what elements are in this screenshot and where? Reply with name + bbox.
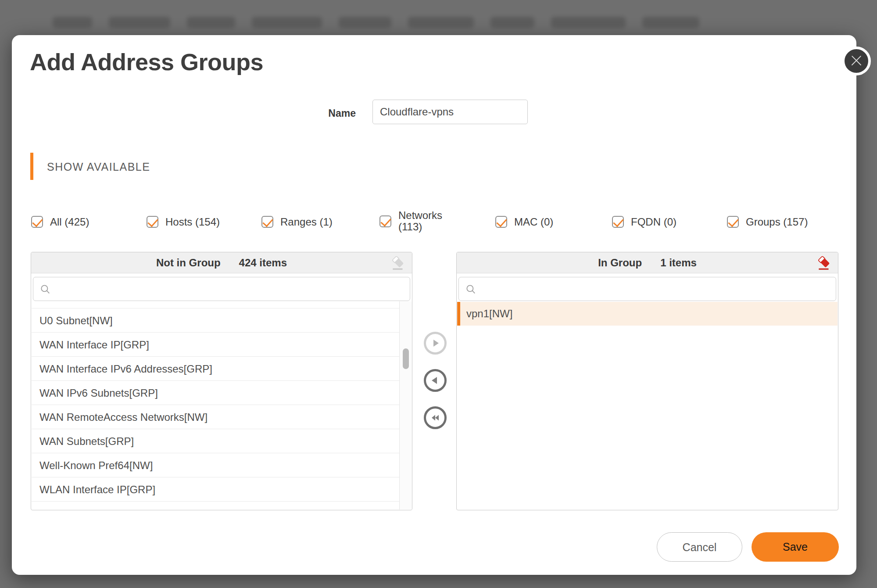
filter-hosts: Hosts (154) (147, 216, 220, 228)
filter-checkbox-ranges[interactable] (261, 216, 273, 228)
filter-checkbox-mac[interactable] (495, 216, 507, 228)
move-right-icon (430, 337, 441, 349)
cancel-button[interactable]: Cancel (657, 532, 742, 562)
filter-label: Groups (157) (746, 216, 808, 228)
add-address-groups-dialog: Add Address Groups Name SHOW AVAILABLE A… (12, 35, 856, 575)
search-input[interactable] (481, 277, 836, 301)
list-item[interactable]: WAN RemoteAccess Networks[NW] (32, 405, 412, 429)
list-item-partial (32, 302, 412, 308)
clear-group-eraser-icon[interactable] (816, 255, 833, 271)
list-item[interactable]: WLAN Interface IP[GRP] (32, 477, 412, 502)
filter-checkbox-networks[interactable] (379, 215, 391, 227)
move-left-button[interactable] (424, 369, 447, 392)
filter-label: MAC (0) (514, 216, 553, 228)
filter-checkbox-all[interactable] (31, 216, 43, 228)
list-scrollbar[interactable] (399, 301, 412, 509)
section-heading: SHOW AVAILABLE (47, 161, 150, 173)
panel-count: 1 items (660, 257, 697, 269)
list-item[interactable]: WAN Interface IPv6 Addresses[GRP] (32, 357, 412, 381)
move-all-left-icon (430, 412, 441, 423)
not-in-group-panel: Not in Group 424 items U0 Subne (31, 252, 412, 510)
filter-checkbox-hosts[interactable] (147, 216, 158, 228)
clear-list-eraser-icon (390, 255, 407, 271)
name-input[interactable] (372, 100, 528, 124)
filter-mac: MAC (0) (495, 216, 553, 228)
selected-group-member[interactable]: vpn1[NW] (457, 302, 838, 326)
filter-checkbox-groups[interactable] (727, 216, 739, 228)
search-icon (465, 283, 476, 295)
save-button[interactable]: Save (752, 532, 839, 562)
not-in-group-list: U0 Subnet[NW] WAN Interface IP[GRP] WAN … (32, 302, 412, 509)
filter-groups: Groups (157) (727, 216, 808, 228)
filter-label: FQDN (0) (631, 216, 677, 228)
in-group-search (458, 277, 836, 301)
list-item[interactable]: WAN Interface IP[GRP] (32, 333, 412, 357)
background-page-silhouette (53, 17, 824, 32)
filter-fqdn: FQDN (0) (612, 216, 677, 228)
filter-label: Hosts (154) (165, 216, 220, 228)
panel-title: Not in Group (156, 257, 221, 269)
move-right-button[interactable] (424, 332, 447, 355)
filter-ranges: Ranges (1) (261, 216, 333, 228)
filter-all: All (425) (31, 216, 89, 228)
list-item[interactable]: Well-Known Pref64[NW] (32, 453, 412, 477)
move-all-left-button[interactable] (424, 406, 447, 429)
search-input[interactable] (55, 277, 410, 301)
filter-label: All (425) (50, 216, 89, 228)
list-item[interactable]: U0 Subnet[NW] (32, 308, 412, 333)
close-button[interactable] (842, 47, 871, 75)
panel-count: 424 items (239, 257, 287, 269)
list-item[interactable]: WAN Subnets[GRP] (32, 429, 412, 453)
in-group-panel: In Group 1 items vpn1[NW] (456, 252, 838, 510)
move-left-icon (430, 375, 441, 386)
name-label: Name (323, 108, 356, 119)
filter-checkbox-fqdn[interactable] (612, 216, 624, 228)
not-in-group-header: Not in Group 424 items (31, 252, 412, 273)
scrollbar-thumb[interactable] (403, 348, 409, 369)
filter-label: Networks(113) (398, 210, 442, 233)
filter-label: Ranges (1) (280, 216, 333, 228)
close-icon (850, 54, 863, 68)
panel-title: In Group (598, 257, 642, 269)
not-in-group-search (33, 277, 410, 301)
section-accent-bar (30, 153, 33, 180)
dialog-title: Add Address Groups (30, 48, 263, 75)
filter-networks: Networks(113) (379, 210, 442, 233)
search-icon (39, 283, 51, 295)
list-item[interactable]: WAN IPv6 Subnets[GRP] (32, 381, 412, 405)
in-group-header: In Group 1 items (457, 252, 838, 273)
